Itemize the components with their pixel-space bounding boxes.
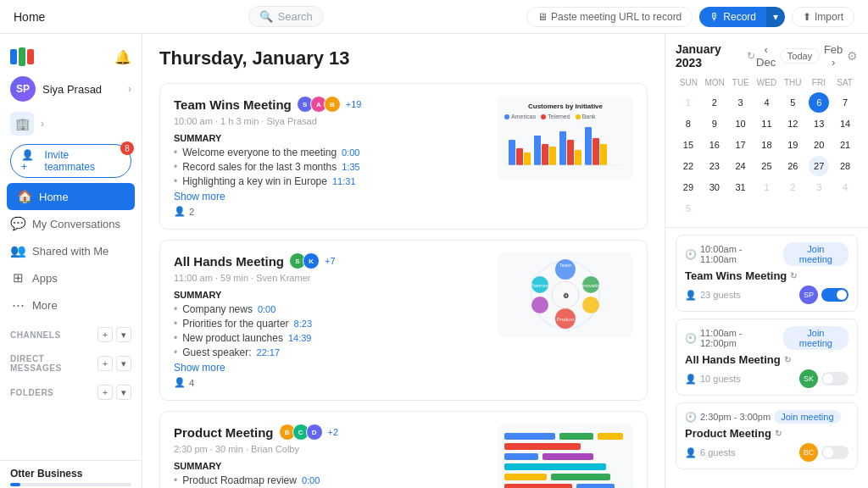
cal-cell[interactable]: 28: [835, 156, 855, 176]
cal-cell[interactable]: 19: [782, 135, 803, 155]
cal-cell[interactable]: 26: [782, 156, 803, 176]
cal-cell[interactable]: 25: [756, 156, 776, 176]
sidebar-item-apps[interactable]: ⊞ Apps: [0, 264, 142, 291]
cal-cell[interactable]: 21: [835, 135, 855, 155]
next-month-button[interactable]: Feb ›: [823, 43, 843, 69]
sync-icon-2: ↻: [784, 355, 791, 364]
cal-cell[interactable]: 16: [704, 135, 725, 155]
show-more-team-wins[interactable]: Show more: [174, 191, 487, 202]
sched-footer-1: 👤 23 guests SP: [685, 286, 849, 304]
cal-cell[interactable]: 9: [704, 114, 725, 134]
invite-teammates-button[interactable]: 👤+ Invite teammates 8: [10, 144, 131, 178]
cal-cell[interactable]: 5: [678, 198, 698, 219]
svg-rect-4: [542, 144, 548, 165]
today-button[interactable]: Today: [780, 48, 820, 64]
cal-cell[interactable]: 2: [704, 92, 725, 113]
cal-cell[interactable]: 13: [809, 114, 829, 134]
cal-cell[interactable]: 3: [809, 177, 829, 197]
add-dm-button[interactable]: +: [97, 356, 113, 371]
cal-cell[interactable]: 17: [731, 135, 751, 155]
sched-footer-2: 👤 10 guests SK: [685, 369, 849, 388]
sidebar-item-home[interactable]: 🏠 Home: [7, 183, 135, 210]
otter-logo: [10, 47, 34, 66]
cal-cell[interactable]: 14: [835, 114, 855, 134]
record-button[interactable]: 🎙 Record: [699, 7, 766, 27]
add-channel-button[interactable]: +: [97, 327, 113, 342]
svg-rect-3: [534, 136, 541, 165]
svg-text:Planning: Planning: [530, 283, 549, 288]
cal-cell[interactable]: 31: [731, 177, 751, 197]
cal-cell[interactable]: 7: [835, 92, 855, 113]
cal-cell[interactable]: 24: [731, 156, 751, 176]
sync-icon-1: ↻: [790, 271, 797, 280]
upload-icon: ⬆: [803, 11, 811, 23]
cal-cell[interactable]: 30: [704, 177, 725, 197]
toggle-2[interactable]: [821, 372, 849, 385]
cal-cell[interactable]: 22: [678, 156, 698, 176]
calendar-settings-icon[interactable]: ⚙: [847, 49, 858, 63]
cal-cell[interactable]: 2: [782, 177, 803, 197]
add-folder-button[interactable]: +: [97, 385, 113, 400]
cal-cell[interactable]: 8: [678, 114, 698, 134]
svg-rect-7: [567, 140, 574, 165]
join-meeting-button-3[interactable]: Join meeting: [774, 410, 840, 424]
cal-cell[interactable]: 15: [678, 135, 698, 155]
prev-month-button[interactable]: ‹ Dec: [755, 43, 776, 69]
cal-cell[interactable]: 4: [835, 177, 855, 197]
cal-cell[interactable]: 27: [809, 156, 829, 176]
cal-cell[interactable]: 11: [756, 114, 776, 134]
search-box[interactable]: 🔍 Search: [248, 6, 324, 27]
meeting-thumb-all-hands: ⚙ Team Innovation Product Planning: [498, 252, 633, 337]
cal-cell[interactable]: 1: [678, 92, 698, 113]
scheduled-item-product: 🕙 2:30pm - 3:00pm Join meeting Product M…: [676, 402, 858, 469]
join-meeting-button-2[interactable]: Join meeting: [783, 326, 849, 350]
svg-text:Innovation: Innovation: [579, 283, 603, 288]
record-dropdown-button[interactable]: ▾: [766, 7, 785, 27]
cal-cell[interactable]: 29: [678, 177, 698, 197]
cal-cell[interactable]: 1: [756, 177, 776, 197]
cal-cell[interactable]: 10: [731, 114, 751, 134]
cal-cell[interactable]: 20: [809, 135, 829, 155]
cal-cell[interactable]: 12: [782, 114, 803, 134]
toggle-3[interactable]: [821, 446, 849, 459]
cal-cell[interactable]: 18: [756, 135, 776, 155]
cal-cell[interactable]: 5: [782, 92, 803, 113]
more-icon: ⋯: [10, 297, 25, 313]
gantt-chart-svg: [500, 426, 632, 489]
meeting-meta-all-hands: 11:00 am · 59 min · Sven Kramer: [174, 273, 487, 283]
svg-rect-1: [516, 148, 523, 165]
cal-cell[interactable]: 6: [809, 92, 829, 113]
paste-meeting-url-button[interactable]: 🖥 Paste meeting URL to record: [526, 7, 693, 27]
sidebar-item-my-conversations[interactable]: 💬 My Conversations: [0, 210, 142, 237]
cal-cell[interactable]: 23: [704, 156, 725, 176]
sidebar-item-shared-with-me[interactable]: 👥 Shared with Me: [0, 237, 142, 264]
cal-cell[interactable]: 4: [756, 92, 776, 113]
clock-icon-3: 🕙: [685, 412, 697, 423]
sidebar-item-more[interactable]: ⋯ More: [0, 291, 142, 319]
show-more-all-hands[interactable]: Show more: [174, 362, 487, 374]
shared-icon: 👥: [10, 243, 25, 258]
summary-item-ah-4: • Guest speaker: 22:17: [174, 347, 487, 358]
expand-dm-button[interactable]: ▾: [116, 356, 131, 371]
svg-rect-30: [504, 453, 538, 460]
expand-folders-button[interactable]: ▾: [116, 385, 131, 400]
workspace-row[interactable]: 🏢 ›: [0, 108, 142, 139]
join-meeting-button-1[interactable]: Join meeting: [783, 242, 849, 266]
toggle-1[interactable]: [821, 288, 849, 302]
sidebar-footer: Otter Business 507/6000 mins used this m…: [0, 460, 142, 488]
sched-time-3: 🕙 2:30pm - 3:00pm Join meeting: [685, 410, 849, 424]
cal-cell[interactable]: 3: [731, 92, 751, 113]
import-button[interactable]: ⬆ Import: [792, 7, 854, 27]
expand-channels-button[interactable]: ▾: [116, 327, 131, 342]
workspace-icon: 🏢: [10, 112, 34, 136]
meeting-title-team-wins: Team Wins Meeting S A B +19: [174, 96, 487, 113]
sched-guests-3: 👤 6 guests: [685, 447, 736, 458]
home-icon: 🏠: [17, 189, 32, 204]
scheduled-meetings-section: 🕙 10:00am - 11:00am Join meeting Team Wi…: [665, 228, 868, 488]
sched-title-1: Team Wins Meeting ↻: [685, 269, 849, 282]
refresh-icon[interactable]: ↻: [747, 50, 755, 62]
user-profile[interactable]: SP Siya Prasad ›: [0, 69, 142, 108]
notification-bell-icon[interactable]: 🔔: [114, 49, 131, 65]
svg-rect-8: [575, 150, 581, 165]
sidebar-logo-area: 🔔: [0, 41, 142, 69]
